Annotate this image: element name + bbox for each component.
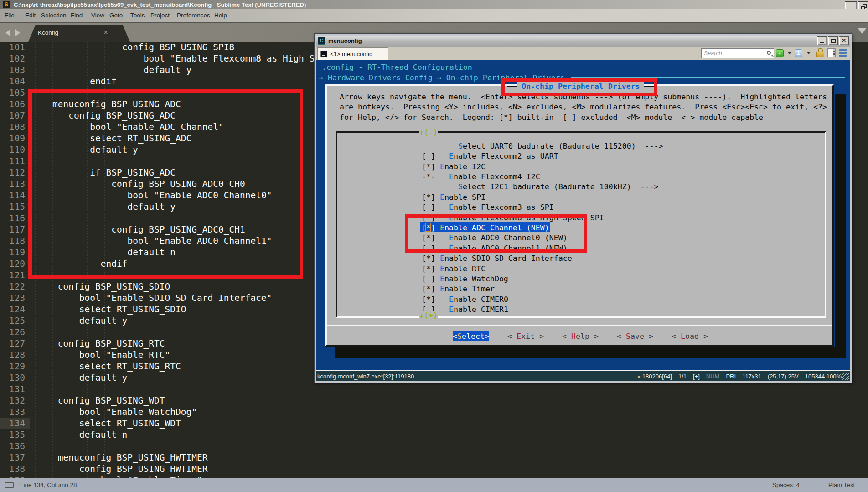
menu-item-label[interactable]: Enable Timer bbox=[440, 284, 495, 294]
menu-item-label[interactable]: Enable WatchDog bbox=[440, 274, 508, 284]
line-number: 114 bbox=[0, 190, 25, 201]
mconf-button-help[interactable]: < Help > bbox=[562, 331, 599, 341]
line-number: 130 bbox=[0, 372, 25, 383]
console-list-dropdown-icon[interactable] bbox=[806, 52, 811, 54]
dialog-shadow-right bbox=[835, 94, 846, 358]
menu-help[interactable]: Help bbox=[214, 12, 227, 19]
code-line: bool "Enable WatchDog" bbox=[79, 406, 197, 418]
conemu-title: menuconfig bbox=[328, 37, 362, 44]
panes-icon[interactable] bbox=[827, 48, 836, 57]
status-field: 117x31 bbox=[742, 373, 761, 380]
code-line: config BSP_USING_RTC bbox=[58, 338, 165, 349]
conemu-statusbar: kconfig-mconf_win7.exe*[32]:119180 « 180… bbox=[316, 370, 850, 381]
mconf-button-select[interactable]: <Select> bbox=[453, 331, 489, 341]
cursor-position[interactable]: Line 134, Column 28 bbox=[20, 482, 77, 488]
code-line: select RT_USING_WDT bbox=[79, 418, 181, 429]
menu-item-label[interactable]: Enable I2C bbox=[440, 162, 486, 171]
menu-file[interactable]: File bbox=[5, 12, 15, 19]
menu-preferences[interactable]: Preferences bbox=[177, 12, 210, 19]
scroll-down-indicator: ↓(+) bbox=[419, 311, 438, 320]
line-number: 119 bbox=[0, 247, 25, 258]
conemu-close-button[interactable]: ✕ bbox=[839, 36, 849, 45]
tab-scroll-left-icon[interactable] bbox=[5, 29, 10, 36]
tab-scroll-arrows[interactable] bbox=[5, 29, 20, 38]
line-number: 134 bbox=[0, 418, 25, 429]
line-number: 136 bbox=[0, 440, 25, 452]
new-console-button[interactable]: + bbox=[776, 49, 784, 57]
line-number: 106 bbox=[0, 98, 25, 110]
new-console-dropdown-icon[interactable] bbox=[787, 52, 792, 54]
conemu-minimize-button[interactable] bbox=[817, 36, 827, 45]
dialog-shadow-bottom bbox=[335, 347, 846, 358]
menu-item-label[interactable]: Enable SDIO SD Card Interface bbox=[440, 254, 572, 263]
menu-selection[interactable]: Selection bbox=[41, 12, 67, 19]
line-number: 128 bbox=[0, 349, 25, 361]
menu-item-label[interactable]: Select I2C1 badurate (Badurate 100kHZ) -… bbox=[458, 182, 659, 192]
line-number: 121 bbox=[0, 269, 25, 281]
menu-item-label[interactable]: Enable CIMER1 bbox=[449, 305, 508, 314]
menu-edit[interactable]: Edit bbox=[25, 12, 36, 19]
menu-item-label[interactable]: Enable Flexcomm2 as UART bbox=[449, 151, 558, 161]
search-icon bbox=[767, 51, 771, 55]
code-line: default y bbox=[144, 64, 192, 76]
status-field: 105344 100% bbox=[805, 373, 842, 380]
tab-scroll-right-icon[interactable] bbox=[15, 29, 20, 36]
tab-kconfig[interactable]: Kconfig ✕ bbox=[28, 25, 130, 42]
line-number: 118 bbox=[0, 235, 25, 247]
search-box[interactable]: Search bbox=[701, 48, 774, 58]
menu-project[interactable]: Project bbox=[150, 12, 170, 19]
line-number: 116 bbox=[0, 212, 25, 224]
indent-setting[interactable]: Spaces: 4 bbox=[772, 482, 800, 488]
status-field: NUM bbox=[706, 373, 720, 380]
mconf-button-save[interactable]: < Save > bbox=[617, 331, 653, 341]
mconf-backtitle: .config - RT-Thread Configuration bbox=[322, 62, 472, 72]
line-number: 104 bbox=[0, 76, 25, 87]
line-number: 127 bbox=[0, 338, 25, 349]
menu-item-label[interactable]: Select UART0 badurate (Badurate 115200) … bbox=[458, 141, 663, 151]
vintage-mode-icon[interactable] bbox=[5, 482, 14, 488]
line-number: 122 bbox=[0, 281, 25, 292]
conemu-tab[interactable]: <1> menuconfig bbox=[317, 47, 388, 61]
tab-close-icon[interactable]: ✕ bbox=[103, 29, 108, 36]
menu-item-label[interactable]: Enable Flexcomm4 I2C bbox=[449, 172, 540, 181]
status-field: [+] bbox=[693, 373, 700, 380]
code-line: select RT_USING_SDIO bbox=[79, 304, 186, 315]
annotation-rect-1 bbox=[28, 89, 303, 279]
menu-item-label[interactable]: Enable SPI bbox=[440, 192, 486, 202]
conemu-titlebar[interactable]: C menuconfig ✕ bbox=[316, 36, 850, 47]
menu-find[interactable]: Find bbox=[71, 12, 83, 19]
item-checkbox: [*] bbox=[422, 264, 435, 274]
search-placeholder: Search bbox=[704, 50, 722, 57]
mconf-button-exit[interactable]: < Exit > bbox=[507, 331, 544, 341]
menu-view[interactable]: View bbox=[91, 12, 104, 19]
line-number: 138 bbox=[0, 463, 25, 475]
mconf-button-load[interactable]: < Load > bbox=[672, 331, 708, 341]
active-console-button[interactable]: 1 bbox=[795, 49, 802, 57]
conemu-maximize-button[interactable] bbox=[828, 36, 838, 45]
line-number: 133 bbox=[0, 406, 25, 418]
menu-goto[interactable]: Goto bbox=[109, 12, 123, 19]
item-checkbox: -*- bbox=[422, 172, 435, 181]
line-number: 115 bbox=[0, 201, 25, 212]
line-number: 111 bbox=[0, 155, 25, 167]
scroll-up-indicator: ↑(-) bbox=[419, 128, 438, 137]
item-checkbox: [*] bbox=[422, 254, 435, 263]
item-checkbox: [*] bbox=[422, 284, 435, 294]
menu-item-label[interactable]: Enable Flexcomm3 as SPI bbox=[449, 202, 554, 212]
menu-item-label[interactable]: Enable CIMER0 bbox=[449, 295, 508, 304]
line-number: 102 bbox=[0, 53, 25, 64]
status-field: PRI bbox=[726, 373, 736, 380]
menu-icon[interactable] bbox=[839, 49, 847, 57]
line-number: 131 bbox=[0, 383, 25, 395]
annotation-rect-2 bbox=[501, 78, 657, 96]
syntax-setting[interactable]: Plain Text bbox=[828, 482, 855, 488]
line-number: 117 bbox=[0, 224, 25, 235]
code-line: config BSP_USING_HWTIMER bbox=[79, 463, 208, 475]
line-number: 124 bbox=[0, 304, 25, 315]
line-number: 135 bbox=[0, 429, 25, 440]
resize-grip[interactable] bbox=[842, 373, 849, 380]
lock-icon[interactable] bbox=[816, 48, 825, 58]
menu-item-label[interactable]: Enable RTC bbox=[440, 264, 486, 274]
tab-overflow-icon[interactable] bbox=[858, 28, 867, 34]
menu-tools[interactable]: Tools bbox=[130, 12, 145, 19]
